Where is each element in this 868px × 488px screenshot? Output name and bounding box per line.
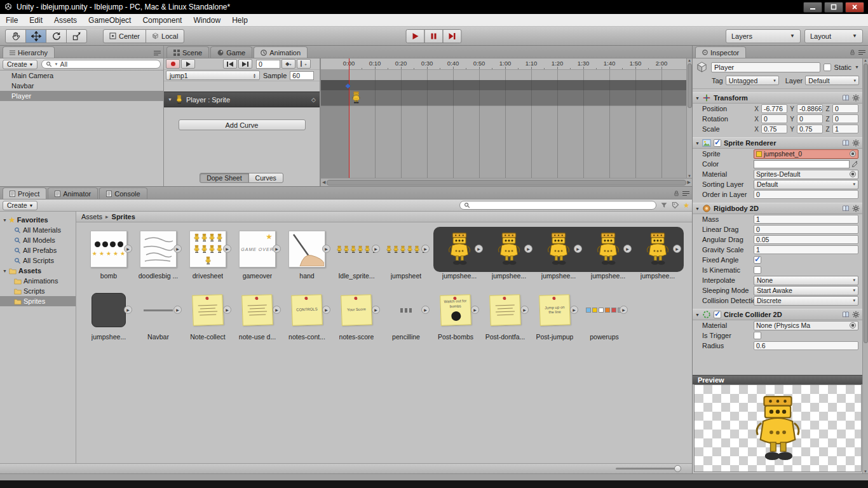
expand-arrow-icon[interactable]: ▶	[574, 245, 582, 253]
is-kinematic-checkbox[interactable]	[754, 266, 761, 274]
lock-icon[interactable]	[849, 49, 856, 56]
project-item-notes-cont[interactable]: CONTROLS▶notes-cont...	[282, 290, 332, 341]
project-item-note-collect[interactable]: ▶Note-collect	[183, 290, 233, 341]
expand-arrow-icon[interactable]: ▶	[273, 306, 281, 314]
tab-game[interactable]: Game	[210, 46, 252, 58]
step-button[interactable]	[443, 29, 462, 43]
tab-project[interactable]: Project	[3, 187, 46, 199]
object-picker-icon[interactable]	[850, 151, 856, 157]
value-field[interactable]: 0.6	[754, 341, 858, 350]
expand-arrow-icon[interactable]: ▶	[570, 306, 578, 314]
preview-header[interactable]: Preview	[693, 375, 862, 384]
hierarchy-item-main-camera[interactable]: Main Camera	[0, 71, 163, 81]
play-button[interactable]	[406, 29, 425, 43]
expand-arrow-icon[interactable]: ▶	[673, 245, 681, 253]
project-item-post-dontfa[interactable]: ▶Post-dontfa...	[480, 290, 530, 341]
tab-console[interactable]: Console	[99, 187, 147, 199]
menu-component[interactable]: Component	[137, 14, 187, 26]
search-by-type-icon[interactable]	[660, 201, 668, 209]
fold-triangle-icon[interactable]: ▼	[3, 218, 7, 222]
axis-value-field[interactable]: 0.75	[797, 125, 823, 133]
project-item-jumpshee[interactable]: ▶jumpshee...	[84, 290, 133, 341]
clip-dropdown[interactable]: jump1▲▼	[166, 71, 260, 80]
expand-arrow-icon[interactable]: ▶	[524, 245, 532, 253]
playhead[interactable]	[349, 58, 349, 178]
scrollbar-thumb[interactable]	[688, 64, 692, 108]
project-item-notes-score[interactable]: Your Score▶notes-score	[332, 290, 381, 341]
material-object-field[interactable]: None (Physics Ma	[754, 321, 858, 330]
axis-value-field[interactable]: 0	[832, 104, 858, 113]
menu-edit[interactable]: Edit	[24, 14, 48, 26]
expand-arrow-icon[interactable]: ▶	[273, 245, 281, 253]
search-filter-chevron-icon[interactable]: ▼	[54, 62, 58, 66]
menu-file[interactable]: File	[0, 14, 24, 26]
collision-detection-dropdown[interactable]: Discrete▾	[754, 296, 858, 306]
project-item-hand[interactable]: ▶hand	[282, 229, 332, 280]
component-header-rigidbody-2d[interactable]: ▼Rigidbody 2D	[693, 203, 862, 214]
tab-scene[interactable]: Scene	[166, 46, 209, 58]
expand-arrow-icon[interactable]: ▶	[623, 245, 632, 253]
scrollbar-thumb[interactable]	[864, 64, 868, 343]
interpolate-dropdown[interactable]: None▾	[754, 276, 858, 285]
expand-arrow-icon[interactable]: ▶	[322, 306, 330, 314]
tree-item-sprites[interactable]: Sprites	[0, 296, 76, 306]
inspector-scrollbar[interactable]: ▲▼	[862, 58, 868, 473]
add-curve-button[interactable]: Add Curve	[179, 119, 306, 130]
tag-dropdown[interactable]: Untagged▾	[726, 76, 779, 85]
dope-sheet-button[interactable]: Dope Sheet	[200, 173, 248, 183]
expand-arrow-icon[interactable]: ▶	[223, 306, 231, 314]
panel-menu-icon[interactable]	[154, 50, 161, 56]
timeline[interactable]: 0:000:100:200:300:400:501:001:101:201:30…	[321, 58, 686, 178]
project-item-bomb[interactable]: ★★★★★▶bomb	[84, 229, 133, 280]
breadcrumb-root[interactable]: Assets	[81, 213, 102, 220]
tree-item-all-materials[interactable]: All Materials	[0, 225, 76, 235]
timeline-ruler[interactable]: 0:000:100:200:300:400:501:001:101:201:30…	[321, 58, 686, 70]
expand-arrow-icon[interactable]: ▶	[372, 245, 380, 253]
add-keyframe-button[interactable]: ◆+	[281, 59, 295, 69]
pivot-center-button[interactable]: Center	[103, 29, 146, 43]
sleeping-mode-dropdown[interactable]: Start Awake▾	[754, 286, 858, 295]
move-tool[interactable]	[25, 29, 46, 43]
project-search-input[interactable]	[459, 201, 656, 210]
tab-inspector[interactable]: Inspector	[695, 46, 746, 58]
expand-arrow-icon[interactable]: ▶	[173, 306, 182, 314]
favorites-star-icon[interactable]: ★	[683, 202, 689, 208]
project-item-jumpshee[interactable]: ▶jumpshee...	[633, 229, 682, 280]
axis-value-field[interactable]: -0.8866	[797, 104, 823, 113]
project-item-navbar[interactable]: ▶Navbar	[133, 290, 183, 341]
tree-item-all-prefabs[interactable]: All Prefabs	[0, 245, 76, 255]
timeline-horizontal-scrollbar[interactable]: ◀▶	[321, 178, 692, 186]
is-trigger-checkbox[interactable]	[754, 332, 761, 339]
expand-arrow-icon[interactable]: ▶	[520, 306, 529, 314]
hand-tool[interactable]	[5, 29, 26, 43]
sprite-object-field[interactable]: jumpsheet_0	[754, 149, 858, 159]
project-item-gameover[interactable]: ★GAME OVER▶gameover	[233, 229, 282, 280]
project-item-note-use-d[interactable]: ▶note-use d...	[233, 290, 282, 341]
value-field[interactable]: 0	[754, 190, 858, 199]
static-checkbox[interactable]	[824, 64, 831, 71]
expand-arrow-icon[interactable]: ▶	[620, 306, 628, 314]
gameobject-name-field[interactable]: Player	[711, 62, 820, 72]
keyframe-diamond-icon[interactable]: ◇	[311, 97, 316, 103]
static-chevron-icon[interactable]: ▼	[855, 65, 859, 69]
axis-value-field[interactable]: 1	[832, 125, 858, 133]
add-event-button[interactable]: ▎+	[297, 59, 311, 69]
axis-value-field[interactable]: 0	[832, 114, 858, 123]
curves-button[interactable]: Curves	[248, 173, 283, 183]
tree-item-all-models[interactable]: All Models	[0, 235, 76, 245]
expand-arrow-icon[interactable]: ▶	[421, 245, 430, 253]
create-button[interactable]: Create▼	[3, 201, 37, 210]
axis-value-field[interactable]: 0	[797, 114, 823, 123]
component-enabled-checkbox[interactable]	[714, 139, 721, 147]
layers-dropdown[interactable]: Layers▼	[726, 29, 801, 43]
record-button[interactable]	[166, 59, 180, 69]
fixed-angle-checkbox[interactable]	[754, 256, 761, 264]
project-item-idle-sprite[interactable]: ▶Idle_sprite...	[332, 229, 381, 280]
tree-item-animations[interactable]: Animations	[0, 276, 76, 286]
layer-dropdown[interactable]: Default▾	[805, 76, 859, 85]
component-header-sprite-renderer[interactable]: ▼Sprite Renderer	[693, 137, 862, 149]
tree-item-scripts[interactable]: Scripts	[0, 286, 76, 296]
tab-animation[interactable]: Animation	[254, 46, 308, 58]
space-local-button[interactable]: Local	[146, 29, 184, 43]
project-item-pencilline[interactable]: ▶pencilline	[381, 290, 431, 341]
